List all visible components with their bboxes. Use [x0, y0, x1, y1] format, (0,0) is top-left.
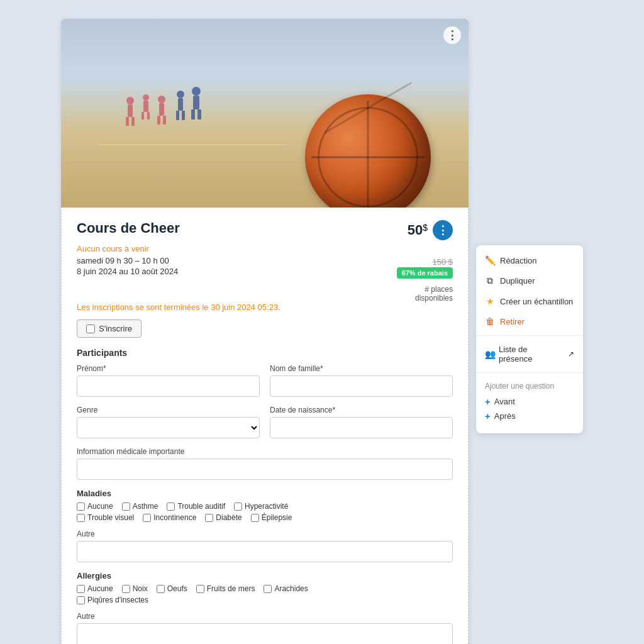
deadline-message: Les inscriptions se sont terminées le 30… [77, 303, 453, 312]
medical-input[interactable] [77, 458, 453, 480]
register-button[interactable]: S'inscrire [77, 319, 142, 338]
allergy-arachides[interactable]: Arachides [264, 584, 308, 593]
other-diseases-input[interactable] [77, 541, 453, 562]
allergy-aucune[interactable]: Aucune [77, 584, 113, 593]
other-diseases-label: Autre [77, 530, 453, 538]
svg-point-2 [126, 97, 134, 104]
svg-point-18 [192, 87, 201, 96]
firstname-input[interactable] [77, 375, 260, 397]
duplicate-icon: ⧉ [485, 275, 495, 286]
add-question-after[interactable]: + Après [485, 409, 574, 423]
external-link-icon: ↗ [568, 350, 574, 358]
lastname-input[interactable] [270, 375, 453, 397]
gender-label: Genre [77, 406, 260, 414]
plus-after-icon: + [485, 411, 491, 421]
medical-label: Information médicale importante [77, 447, 453, 456]
plus-before-icon: + [485, 396, 491, 407]
other-allergies-input[interactable] [77, 623, 453, 644]
svg-rect-19 [193, 96, 199, 109]
svg-rect-15 [178, 98, 183, 111]
course-date-range: 8 juin 2024 au 10 août 2024 [77, 267, 178, 276]
star-icon: ★ [485, 296, 495, 306]
svg-point-6 [143, 94, 149, 101]
course-title: Cours de Cheer [77, 220, 180, 236]
disease-trouble-visuel[interactable]: Trouble visuel [77, 513, 134, 522]
disease-epilepsie[interactable]: Épilepsie [251, 513, 292, 522]
svg-rect-8 [142, 112, 144, 119]
course-options-button[interactable]: ⋮ [433, 220, 453, 240]
svg-rect-7 [143, 101, 148, 112]
add-question-section: Ajouter une question + Avant + Après [476, 377, 583, 428]
disease-diabete[interactable]: Diabète [205, 513, 242, 522]
register-checkbox[interactable] [86, 325, 95, 333]
allergy-piqures[interactable]: Piqûres d'insectes [77, 596, 148, 604]
price-original: 150 $ [432, 257, 453, 267]
sidebar: ✏️ Rédaction ⧉ Dupliquer ★ Créer un écha… [476, 19, 583, 644]
svg-point-10 [158, 96, 165, 103]
other-allergies-label: Autre [77, 612, 453, 621]
discount-badge: 67% de rabais [397, 267, 453, 279]
svg-rect-12 [157, 116, 160, 125]
allergies-title: Allergies [77, 571, 453, 580]
places-label: # places disponibles [397, 285, 453, 303]
birthdate-input[interactable] [270, 417, 453, 438]
allergy-noix[interactable]: Noix [122, 584, 148, 593]
svg-rect-4 [126, 117, 129, 126]
price-currency: $ [423, 223, 428, 233]
svg-rect-13 [163, 116, 166, 125]
add-question-label: Ajouter une question [485, 382, 574, 391]
svg-rect-21 [197, 109, 201, 119]
context-menu: ✏️ Rédaction ⧉ Dupliquer ★ Créer un écha… [476, 245, 583, 433]
menu-duplicate[interactable]: ⧉ Dupliquer [476, 270, 583, 291]
svg-rect-20 [191, 109, 195, 119]
hero-more-button[interactable]: ⋮ [443, 26, 461, 44]
svg-point-14 [177, 91, 184, 98]
add-question-before[interactable]: + Avant [485, 394, 574, 409]
diseases-title: Maladies [77, 489, 453, 498]
svg-rect-11 [159, 103, 164, 116]
menu-create-sample[interactable]: ★ Créer un échantillon [476, 291, 583, 311]
svg-rect-17 [182, 111, 185, 120]
svg-rect-5 [131, 117, 135, 126]
disease-asthme[interactable]: Asthme [122, 502, 158, 511]
birthdate-label: Date de naissance* [270, 406, 453, 414]
menu-retire[interactable]: 🗑 Retirer [476, 311, 583, 331]
svg-rect-3 [128, 104, 133, 117]
edit-icon: ✏️ [485, 255, 495, 265]
hero-image: ⋮ [61, 19, 469, 208]
disease-trouble-auditif[interactable]: Trouble auditif [167, 502, 225, 511]
svg-rect-16 [176, 111, 179, 120]
participants-section-title: Participants [77, 348, 453, 358]
course-schedule: samedi 09 h 30 – 10 h 00 [77, 256, 178, 265]
disease-incontinence[interactable]: Incontinence [143, 513, 196, 522]
people-icon: 👥 [485, 349, 495, 359]
no-courses-label: Aucun cours à venir [77, 244, 453, 253]
menu-presence-list[interactable]: 👥 Liste de présence ↗ [476, 340, 583, 369]
disease-hyperactivite[interactable]: Hyperactivité [234, 502, 288, 511]
course-price: 50 [408, 222, 423, 238]
svg-rect-9 [147, 112, 150, 119]
lastname-label: Nom de famille* [270, 364, 453, 373]
allergy-fruits-de-mers[interactable]: Fruits de mers [196, 584, 255, 593]
gender-select[interactable]: Masculin Féminin Autre [77, 417, 260, 438]
allergy-oeufs[interactable]: Oeufs [157, 584, 187, 593]
disease-aucune[interactable]: Aucune [77, 502, 113, 511]
retire-icon: 🗑 [485, 316, 495, 326]
menu-redaction[interactable]: ✏️ Rédaction [476, 250, 583, 270]
firstname-label: Prénom* [77, 364, 260, 373]
